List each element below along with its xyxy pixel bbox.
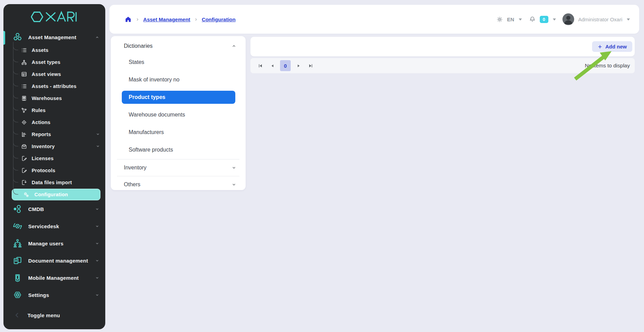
sidebar-item-label: Warehouses — [32, 96, 62, 101]
tree-branch — [13, 127, 18, 134]
tree-branch — [13, 151, 18, 158]
mobile-icon — [12, 273, 23, 283]
cmdb-icon — [12, 204, 23, 214]
sidebar-item-assets-attributes[interactable]: Assets - attributes — [3, 80, 105, 92]
target-icon — [21, 119, 27, 125]
sidebar-item-inventory[interactable]: Inventory — [3, 140, 105, 152]
documents-icon — [12, 256, 23, 265]
hexagon-cluster-icon — [12, 32, 23, 42]
sidebar-item-reports[interactable]: Reports — [3, 128, 105, 140]
breadcrumb-link-asset-management[interactable]: Asset Management — [143, 16, 190, 22]
add-new-button[interactable]: Add new — [592, 41, 633, 52]
active-item-highlight[interactable]: Configuration — [12, 189, 100, 200]
home-icon[interactable] — [125, 16, 132, 23]
sidebar-item-actions[interactable]: Actions — [3, 116, 105, 128]
sidebar-section-label: Settings — [28, 292, 49, 298]
sidebar-section-servicedesk[interactable]: Servicedesk — [3, 218, 105, 235]
sidebar-section-manage-users[interactable]: Manage users — [3, 235, 105, 252]
divider — [117, 159, 239, 159]
user-avatar[interactable] — [562, 13, 574, 25]
oxari-logo-icon — [31, 10, 78, 23]
warehouse-icon — [21, 95, 27, 101]
tree-branch — [13, 67, 18, 74]
sidebar-item-label: Licenses — [32, 156, 54, 161]
settings-hex-icon — [12, 290, 23, 300]
dict-group-others[interactable]: Others — [111, 177, 246, 192]
next-page-button[interactable] — [294, 62, 303, 70]
sidebar-item-asset-views[interactable]: Asset views — [3, 68, 105, 80]
previous-page-button[interactable] — [268, 62, 276, 70]
sidebar-item-assets[interactable]: Assets — [3, 44, 105, 56]
sidebar-section-mobile-management[interactable]: Mobile Management — [3, 269, 105, 286]
breadcrumb-link-configuration[interactable]: Configuration — [202, 16, 235, 22]
sidebar-section-asset-management[interactable]: Asset Management — [3, 30, 105, 44]
sidebar-submenu: Assets Asset types Asset views Assets - … — [3, 44, 105, 200]
caret-down-icon[interactable] — [626, 18, 630, 21]
breadcrumb: › Asset Management › Configuration — [125, 16, 236, 23]
dict-item-warehouse-documents[interactable]: Warehouse documents — [111, 106, 246, 123]
breadcrumb-separator-icon: › — [195, 16, 197, 22]
table-icon — [21, 71, 27, 77]
share-nodes-icon — [21, 107, 27, 113]
dict-item-software-products[interactable]: Software products — [111, 141, 246, 158]
dictionaries-title: Dictionaries — [124, 43, 153, 49]
add-new-label: Add new — [605, 44, 627, 49]
toggle-menu-label: Toggle menu — [28, 312, 60, 318]
language-selector[interactable]: EN — [507, 16, 514, 22]
dict-group-inventory[interactable]: Inventory — [111, 160, 246, 175]
list-icon — [21, 83, 27, 89]
grid-pager: 0 No items to display — [250, 58, 635, 73]
tree-branch — [13, 115, 18, 122]
chevron-down-icon — [231, 182, 237, 187]
top-header: › Asset Management › Configuration EN 0 … — [109, 5, 639, 34]
sidebar-item-data-files-import[interactable]: Data files import — [3, 176, 105, 188]
hierarchy-icon — [21, 59, 27, 65]
brand-logo — [3, 4, 105, 30]
current-page-indicator[interactable]: 0 — [280, 60, 291, 71]
caret-down-icon[interactable] — [552, 18, 556, 21]
sidebar-item-rules[interactable]: Rules — [3, 104, 105, 116]
document-edit-icon — [21, 155, 27, 162]
bell-icon[interactable] — [529, 16, 536, 23]
gear-icon[interactable] — [496, 16, 503, 23]
sidebar-item-asset-types[interactable]: Asset types — [3, 56, 105, 68]
sidebar-item-warehouses[interactable]: Warehouses — [3, 92, 105, 104]
list-icon — [21, 47, 27, 53]
user-name[interactable]: Administrator Oxari — [578, 16, 622, 22]
sidebar-section-settings[interactable]: Settings — [3, 286, 105, 303]
sidebar-item-configuration[interactable]: Configuration — [3, 188, 105, 200]
caret-down-icon[interactable] — [518, 18, 522, 21]
tree-branch — [13, 43, 18, 50]
users-tree-icon — [12, 239, 23, 248]
sidebar-item-label: Configuration — [34, 192, 68, 197]
tree-branch — [13, 163, 18, 170]
toggle-menu-button[interactable]: Toggle menu — [3, 306, 105, 324]
dict-item-states[interactable]: States — [111, 53, 246, 71]
chevron-down-icon — [95, 207, 100, 212]
sidebar-section-cmdb[interactable]: CMDB — [3, 200, 105, 218]
inventory-box-icon — [21, 143, 27, 150]
chevron-down-icon — [95, 292, 100, 298]
dictionaries-header[interactable]: Dictionaries — [111, 39, 246, 53]
dict-item-product-types[interactable]: Product types — [111, 88, 246, 106]
chevron-up-icon — [95, 35, 100, 40]
sidebar-section-label: Manage users — [28, 241, 63, 246]
dict-item-mask-of-inventory-no[interactable]: Mask of inventory no — [111, 71, 246, 88]
tree-branch — [13, 103, 18, 110]
dictionaries-panel: Dictionaries StatesMask of inventory no … — [111, 36, 246, 190]
last-page-button[interactable] — [307, 62, 315, 70]
dict-group-label: Inventory — [124, 165, 147, 171]
sidebar-item-label: Reports — [32, 132, 51, 137]
chevron-down-icon — [95, 241, 100, 246]
gears-icon — [23, 191, 29, 198]
selected-dict-item: Product types — [122, 91, 235, 104]
dict-item-manufacturers[interactable]: Manufacturers — [111, 123, 246, 141]
chevron-down-icon — [95, 144, 100, 149]
sidebar-item-protocols[interactable]: Protocols — [3, 164, 105, 176]
notification-count-badge[interactable]: 0 — [540, 16, 548, 23]
sidebar-section-document-management[interactable]: Document management — [3, 252, 105, 269]
first-page-button[interactable] — [256, 62, 264, 70]
sidebar-item-licenses[interactable]: Licenses — [3, 152, 105, 164]
header-actions: EN 0 Administrator Oxari — [496, 13, 630, 25]
chevron-left-icon — [14, 312, 21, 319]
